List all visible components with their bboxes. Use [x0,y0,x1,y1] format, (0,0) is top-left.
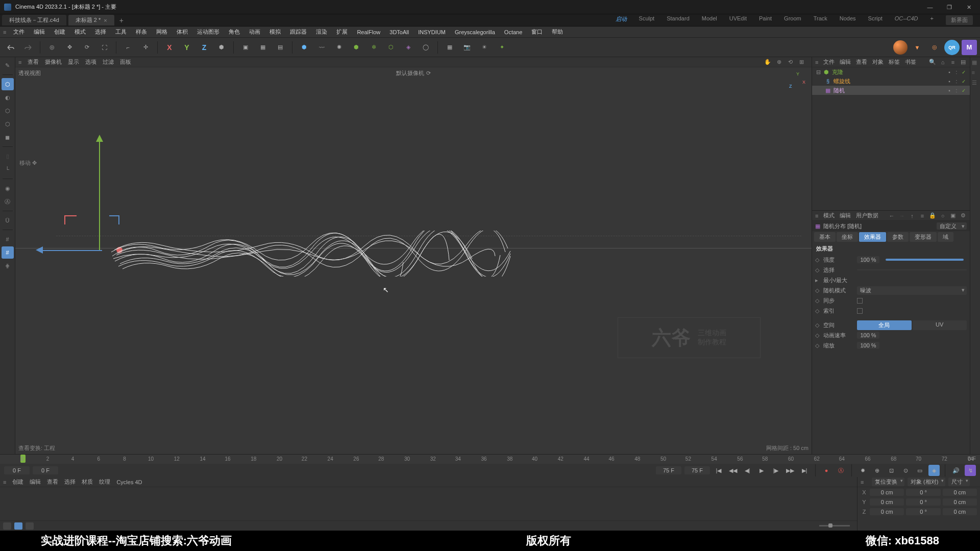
menu-create[interactable]: 创建 [50,27,69,37]
vp-menu-panel[interactable]: 面板 [120,58,131,66]
tab-close-icon[interactable]: × [104,17,107,23]
menu-file[interactable]: 文件 [9,27,29,37]
grid-icon[interactable]: ▦ [442,40,457,55]
key-options-icon[interactable]: ✸ [857,465,868,476]
vp-menu-options[interactable]: 选项 [85,58,96,66]
vis-dot-icon[interactable]: : [953,87,960,93]
rotate-tool-icon[interactable]: ⟳ [79,40,94,55]
menu-help[interactable]: 帮助 [548,27,567,37]
enable-check-icon[interactable]: ✓ [961,69,967,75]
attr-tab-deformer[interactable]: 变形器 [910,232,937,242]
lock-icon[interactable]: 🔒 [929,212,936,219]
enable-check-icon[interactable]: ✓ [961,87,967,93]
model-mode-icon[interactable]: ⬡ [2,78,14,90]
mograph-icon[interactable]: ✲ [366,40,381,55]
move-tool-icon[interactable]: ✥ [62,40,77,55]
vis-dot-icon[interactable]: : [953,78,960,84]
hamburger-icon[interactable]: ≡ [18,59,21,65]
obj-menu-bookmarks[interactable]: 书签 [905,58,916,66]
hamburger-icon[interactable]: ≡ [815,59,818,65]
snap-icon[interactable]: Ü [2,214,14,227]
size-x-input[interactable]: 0 cm [943,489,977,496]
mat-view-list-icon[interactable] [3,522,11,530]
layout-groom[interactable]: Groom [784,15,801,25]
key-scale-icon[interactable]: ⊡ [886,465,897,476]
axis-mode-icon[interactable]: └ [2,163,14,176]
menu-realflow[interactable]: RealFlow [353,28,384,37]
viewport-camera-label[interactable]: 默认摄像机 ⟳ [396,69,430,77]
render-region-icon[interactable]: ▦ [255,40,271,55]
undo-button[interactable] [3,40,18,55]
key-rot-icon[interactable]: ⊙ [900,465,911,476]
menu-animate[interactable]: 动画 [245,27,264,37]
world-axis-icon[interactable]: ⬢ [214,40,229,55]
attr-tab-coord[interactable]: 坐标 [837,232,858,242]
layout-add-button[interactable]: + [930,15,934,25]
menu-extensions[interactable]: 扩展 [332,27,352,37]
menu-tracker[interactable]: 跟踪器 [286,27,311,37]
object-tree[interactable]: ⊟ ⬢ 克隆 ▪:✓ § 螺旋线 ▪:✓ ▦ 随机 ▪:✓ [812,67,970,210]
key-param-icon[interactable]: ▭ [914,465,925,476]
key-diamond-icon[interactable]: ◇ [815,332,820,339]
search-icon[interactable]: 🔍 [929,59,936,66]
vp-pan-icon[interactable]: ✋ [764,58,772,66]
camera-icon[interactable]: 📷 [459,40,475,55]
doc-tab[interactable]: 未标题 2 *× [68,15,114,26]
layout-model[interactable]: Model [702,15,717,25]
attr-tab-basic[interactable]: 基本 [814,232,836,242]
play-button[interactable]: ▶ [756,465,767,476]
nav-up-icon[interactable]: ↑ [909,212,916,219]
lock-x-button[interactable]: X [162,40,177,55]
layout-nodes[interactable]: Nodes [840,15,856,25]
maximize-button[interactable]: ❐ [941,2,958,12]
menu-simulate[interactable]: 模拟 [265,27,285,37]
rot-x-input[interactable]: 0 ° [906,489,940,496]
coord-reset-dropdown[interactable]: 复位变换 [872,478,904,486]
commander-icon[interactable]: ✎ [2,59,14,71]
cloner-icon[interactable]: ⬡ [383,40,399,55]
render-settings-icon[interactable]: ▤ [273,40,288,55]
quantize-icon[interactable]: ⋕ [2,260,14,272]
playback-mode-icon[interactable]: ↯ [965,465,976,476]
mat-menu-select[interactable]: 选择 [64,478,76,486]
timeline-ruler[interactable]: 0246810121416182022242628303234363840424… [0,455,980,464]
menu-mode[interactable]: 模式 [70,27,90,37]
key-diamond-icon[interactable]: ◇ [815,342,820,349]
key-diamond-icon[interactable]: ◇ [815,257,820,263]
end-frame-input[interactable]: 75 F [656,466,681,474]
pos-x-input[interactable]: 0 cm [870,489,904,496]
lock-y-button[interactable]: Y [179,40,194,55]
workplane-icon[interactable]: # [2,233,14,245]
hamburger-icon[interactable]: ≡ [861,479,869,485]
hamburger-icon[interactable]: ≡ [3,479,6,485]
scale-input[interactable]: 100 % [857,342,879,349]
attr-tab-falloff[interactable]: 域 [938,232,953,242]
menu-insydium[interactable]: INSYDIUM [414,28,450,37]
generator-icon[interactable]: ✺ [331,40,347,55]
vp-menu-camera[interactable]: 摄像机 [45,58,62,66]
minimize-button[interactable]: — [922,2,938,12]
coord-space-dropdown[interactable]: 对象 (相对) [908,478,945,486]
menu-3dtoall[interactable]: 3DToAll [385,28,413,37]
tree-row-helix[interactable]: § 螺旋线 ▪:✓ [812,77,970,86]
key-diamond-icon[interactable]: ◇ [815,322,820,329]
scale-tool-icon[interactable]: ⛶ [96,40,112,55]
layout-paint[interactable]: Paint [759,15,772,25]
close-button[interactable]: ✕ [961,2,977,12]
mat-menu-view[interactable]: 查看 [47,478,58,486]
menu-gsg[interactable]: Greyscalegorilla [451,28,499,37]
qr-icon[interactable]: QR [944,40,960,55]
primitive-cube-icon[interactable]: ⬢ [297,40,312,55]
scatter-icon[interactable]: ✦ [494,40,509,55]
placement-icon[interactable]: ✢ [138,40,153,55]
magnet-icon[interactable]: ☰ [972,80,979,87]
menu-edit[interactable]: 编辑 [30,27,49,37]
goto-start-button[interactable]: |◀ [713,465,724,476]
redo-button[interactable] [20,40,36,55]
attr-menu-mode[interactable]: 模式 [823,212,835,219]
prev-key-button[interactable]: ◀◀ [727,465,739,476]
mat-menu-material[interactable]: 材质 [82,478,93,486]
goto-end-button[interactable]: ▶| [799,465,810,476]
deformer-icon[interactable]: ◈ [401,40,416,55]
eye-icon[interactable]: ▤ [960,59,967,66]
